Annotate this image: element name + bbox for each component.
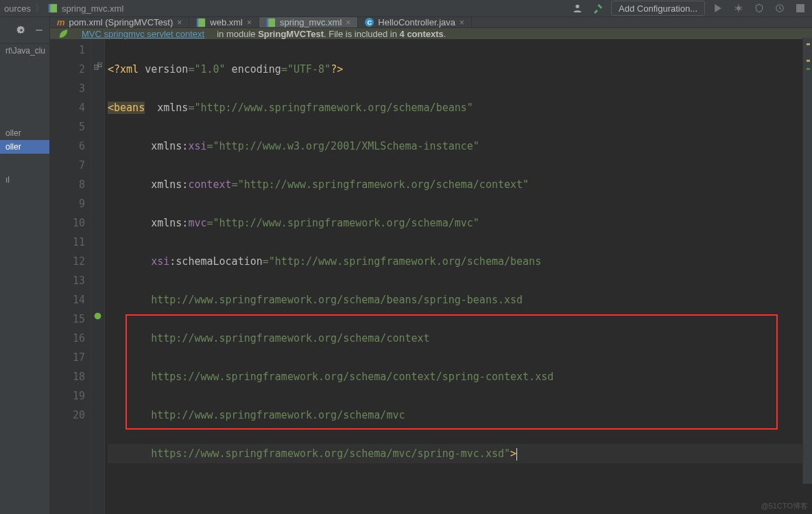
xml-file-icon — [266, 18, 276, 27]
gear-icon[interactable] — [15, 24, 27, 36]
tree-item[interactable]: oller — [0, 126, 49, 140]
line-gutter: 1234567891011121314151617181920 — [50, 39, 91, 514]
breadcrumb-file[interactable]: spring_mvc.xml — [62, 3, 123, 14]
spring-context-bar: MVC springmvc servlet context in module … — [50, 28, 812, 39]
chevron-right-icon: 〉 — [35, 2, 44, 14]
svg-rect-1 — [51, 4, 58, 12]
svg-point-15 — [95, 313, 102, 320]
editor-scrollbar[interactable] — [802, 38, 812, 484]
tree-item[interactable]: ıl — [0, 173, 49, 187]
tree-path[interactable]: rt\Java_clu — [0, 44, 49, 58]
fold-minus-icon[interactable] — [93, 58, 103, 68]
hide-tool-window-icon[interactable] — [33, 24, 45, 36]
toolbar-right: Add Configuration... — [570, 1, 808, 16]
editor-tabs: m pom.xml (SpringMVCTest) × web.xml × sp… — [50, 17, 812, 28]
top-toolbar: ources 〉 spring_mvc.xml Add Configuratio… — [0, 0, 812, 17]
code-text[interactable]: <?xml version="1.0" encoding="UTF-8"?> <… — [105, 39, 812, 514]
tool-window-header — [0, 21, 49, 44]
svg-rect-5 — [796, 4, 804, 12]
svg-point-2 — [575, 5, 579, 8]
breadcrumb: ources 〉 spring_mvc.xml — [4, 2, 570, 14]
stop-icon[interactable] — [793, 1, 808, 16]
java-class-icon: C — [365, 18, 374, 27]
watermark: @51CTO博客 — [761, 501, 808, 511]
spring-context-link[interactable]: MVC springmvc servlet context — [82, 29, 204, 39]
breadcrumb-segment[interactable]: ources — [4, 3, 31, 14]
tab-pom[interactable]: m pom.xml (SpringMVCTest) × — [50, 17, 189, 27]
add-configuration-button[interactable]: Add Configuration... — [611, 1, 705, 16]
tab-label: spring_mvc.xml — [280, 17, 342, 27]
svg-rect-14 — [99, 65, 101, 65]
xml-file-icon — [48, 3, 58, 13]
close-icon[interactable]: × — [177, 18, 182, 27]
tab-label: web.xml — [210, 17, 243, 27]
tree-item-selected[interactable]: oller — [0, 140, 49, 154]
xml-file-icon — [196, 18, 206, 27]
user-icon[interactable] — [570, 1, 585, 16]
svg-point-3 — [737, 6, 741, 10]
tab-hello-controller[interactable]: C HelloController.java × — [358, 17, 472, 27]
hammer-icon[interactable] — [590, 1, 606, 16]
text-caret — [516, 448, 517, 460]
spring-leaf-icon — [58, 28, 69, 39]
editor-area: m pom.xml (SpringMVCTest) × web.xml × sp… — [50, 17, 812, 514]
close-icon[interactable]: × — [247, 18, 252, 27]
main-content: rt\Java_clu oller oller ıl m pom.xml (Sp… — [0, 17, 812, 514]
tab-label: HelloController.java — [378, 17, 455, 27]
svg-rect-12 — [95, 67, 97, 68]
gutter-icons — [91, 39, 105, 514]
project-tool-window[interactable]: rt\Java_clu oller oller ıl — [0, 17, 50, 514]
close-icon[interactable]: × — [346, 18, 350, 27]
spring-bean-icon[interactable] — [93, 308, 103, 318]
profiler-icon[interactable] — [772, 1, 787, 16]
debug-icon[interactable] — [731, 1, 746, 16]
svg-rect-8 — [199, 18, 206, 26]
tab-web-xml[interactable]: web.xml × — [189, 17, 259, 27]
context-module-text: in module SpringMVCTest. File is include… — [217, 29, 446, 39]
run-icon[interactable] — [710, 1, 726, 16]
maven-icon: m — [57, 17, 65, 27]
coverage-icon[interactable] — [752, 1, 767, 16]
close-icon[interactable]: × — [459, 18, 464, 27]
tab-label: pom.xml (SpringMVCTest) — [69, 17, 174, 27]
svg-rect-10 — [268, 18, 275, 26]
svg-rect-6 — [36, 30, 42, 30]
code-editor[interactable]: 1234567891011121314151617181920 <?xml ve… — [50, 39, 812, 514]
tab-spring-mvc-xml[interactable]: spring_mvc.xml × — [259, 17, 358, 27]
